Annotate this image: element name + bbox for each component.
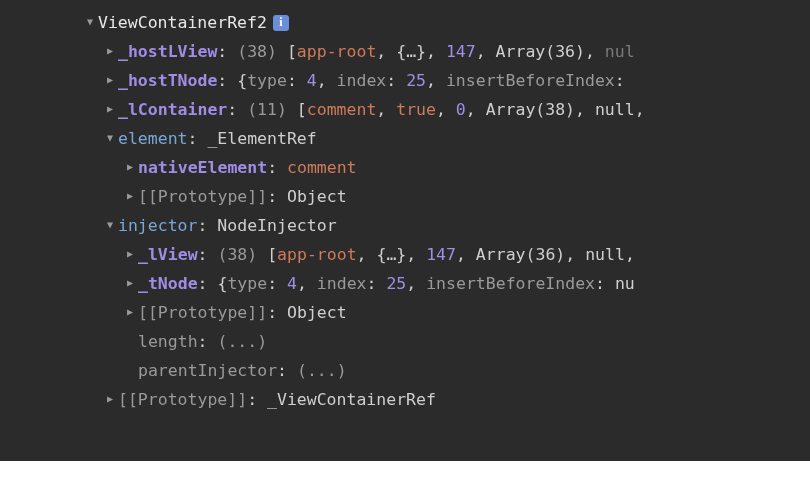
- prop-key: _lView: [138, 240, 198, 269]
- val: true: [396, 95, 436, 124]
- array-count: (38): [237, 37, 277, 66]
- comma: ,: [466, 95, 486, 124]
- prop-key: [[Prototype]]: [118, 385, 247, 414]
- prop-key: _hostTNode: [118, 66, 217, 95]
- colon: :: [217, 37, 237, 66]
- comma: ,: [406, 269, 426, 298]
- info-icon[interactable]: i: [273, 15, 289, 31]
- chevron-right-icon[interactable]: [122, 240, 138, 269]
- tree-row-element[interactable]: element : _ElementRef: [0, 124, 810, 153]
- chevron-down-icon[interactable]: [102, 211, 118, 240]
- val: 147: [426, 240, 456, 269]
- colon: :: [217, 66, 237, 95]
- colon: :: [287, 66, 307, 95]
- tree-row-injector-tnode[interactable]: _tNode : { type : 4 , index : 25 , inser…: [0, 269, 810, 298]
- getter-ellipsis[interactable]: (...): [217, 327, 267, 356]
- prop-val: Object: [287, 182, 347, 211]
- tree-row-injector[interactable]: injector : NodeInjector: [0, 211, 810, 240]
- comma: ,: [476, 37, 496, 66]
- comma: ,: [426, 37, 446, 66]
- colon: :: [227, 95, 247, 124]
- prop-key: [[Prototype]]: [138, 182, 267, 211]
- colon: :: [367, 269, 387, 298]
- bracket-open: [: [277, 37, 297, 66]
- chevron-right-icon[interactable]: [122, 298, 138, 327]
- obj-val: 4: [307, 66, 317, 95]
- comma: ,: [376, 37, 396, 66]
- chevron-down-icon[interactable]: [82, 8, 98, 37]
- prop-key: injector: [118, 211, 197, 240]
- chevron-right-icon[interactable]: [122, 269, 138, 298]
- prop-key: length: [138, 327, 198, 356]
- chevron-right-icon[interactable]: [102, 37, 118, 66]
- colon: :: [267, 182, 287, 211]
- comma: ,: [585, 37, 605, 66]
- prop-key: _tNode: [138, 269, 198, 298]
- prop-key: [[Prototype]]: [138, 298, 267, 327]
- tree-row-nativeelement[interactable]: nativeElement : comment: [0, 153, 810, 182]
- colon: :: [267, 269, 287, 298]
- chevron-right-icon[interactable]: [102, 385, 118, 414]
- val: app-root: [297, 37, 376, 66]
- colon: :: [188, 124, 208, 153]
- colon: :: [277, 356, 297, 385]
- colon: :: [386, 66, 406, 95]
- bracket-open: [: [257, 240, 277, 269]
- colon: :: [198, 269, 218, 298]
- val: null: [595, 95, 635, 124]
- comma: ,: [575, 95, 595, 124]
- tree-row-proto-element[interactable]: [[Prototype]] : Object: [0, 182, 810, 211]
- chevron-right-icon[interactable]: [102, 95, 118, 124]
- prop-key: _hostLView: [118, 37, 217, 66]
- prop-key: _lContainer: [118, 95, 227, 124]
- array-count: (11): [247, 95, 287, 124]
- tree-row-root[interactable]: ViewContainerRef2 i: [0, 8, 810, 37]
- prop-key: nativeElement: [138, 153, 267, 182]
- comma: ,: [406, 240, 426, 269]
- colon: :: [197, 211, 217, 240]
- prop-key: parentInjector: [138, 356, 277, 385]
- val: Array(38): [486, 95, 575, 124]
- val: 0: [456, 95, 466, 124]
- chevron-right-icon[interactable]: [102, 66, 118, 95]
- val: null: [585, 240, 625, 269]
- colon: :: [198, 327, 218, 356]
- tree-row-parentinjector[interactable]: parentInjector : (...): [0, 356, 810, 385]
- chevron-right-icon[interactable]: [122, 153, 138, 182]
- bracket-open: [: [287, 95, 307, 124]
- comma: ,: [625, 240, 635, 269]
- tree-row-injector-lview[interactable]: _lView : (38) [ app-root , {…} , 147 , A…: [0, 240, 810, 269]
- obj-key: index: [337, 66, 387, 95]
- comma: ,: [357, 240, 377, 269]
- tree-row-proto-injector[interactable]: [[Prototype]] : Object: [0, 298, 810, 327]
- tree-row-lcontainer[interactable]: _lContainer : (11) [ comment , true , 0 …: [0, 95, 810, 124]
- chevron-right-icon[interactable]: [122, 182, 138, 211]
- obj-key: type: [247, 66, 287, 95]
- getter-ellipsis[interactable]: (...): [297, 356, 347, 385]
- comma: ,: [635, 95, 645, 124]
- val: {…}: [396, 37, 426, 66]
- comma: ,: [376, 95, 396, 124]
- val: Array(36): [476, 240, 565, 269]
- val: comment: [307, 95, 377, 124]
- obj-val: 25: [406, 66, 426, 95]
- comma: ,: [456, 240, 476, 269]
- colon: :: [198, 240, 218, 269]
- prop-val: comment: [287, 153, 357, 182]
- tree-row-length[interactable]: length : (...): [0, 327, 810, 356]
- colon: :: [595, 269, 615, 298]
- obj-key: insertBeforeIndex: [446, 66, 615, 95]
- colon: :: [247, 385, 267, 414]
- colon: :: [267, 298, 287, 327]
- chevron-down-icon[interactable]: [102, 124, 118, 153]
- colon: :: [267, 153, 287, 182]
- tree-row-proto-root[interactable]: [[Prototype]] : _ViewContainerRef: [0, 385, 810, 414]
- tree-row-hostlview[interactable]: _hostLView : (38) [ app-root , {…} , 147…: [0, 37, 810, 66]
- val-overflow: nul: [605, 37, 635, 66]
- obj-val: nu: [615, 269, 635, 298]
- obj-val: 25: [386, 269, 406, 298]
- val: Array(36): [496, 37, 585, 66]
- comma: ,: [317, 66, 337, 95]
- comma: ,: [565, 240, 585, 269]
- tree-row-hosttnode[interactable]: _hostTNode : { type : 4 , index : 25 , i…: [0, 66, 810, 95]
